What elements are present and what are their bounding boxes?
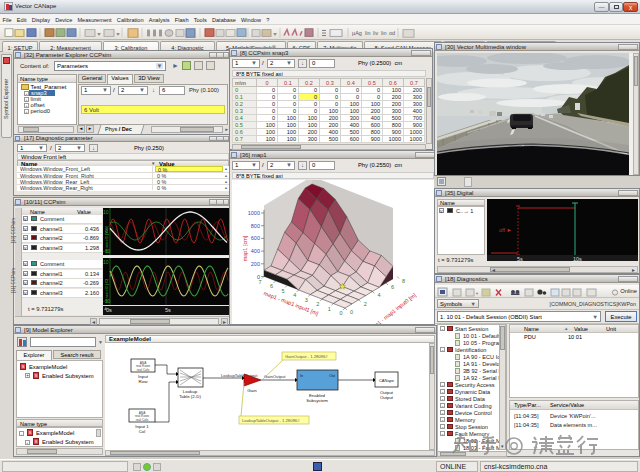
svg-text:2: 2 [364, 301, 367, 307]
svg-text:GainOutput - 1.28096#: GainOutput - 1.28096# [285, 354, 328, 359]
svg-text:lin: lin [381, 30, 387, 35]
svg-text:200: 200 [251, 261, 260, 267]
svg-text:▼: ▼ [115, 31, 121, 36]
svg-text:8: 8 [402, 278, 405, 284]
svg-text:2: 2 [316, 301, 319, 307]
svg-text:µAg: µAg [352, 30, 362, 35]
svg-text:off ►: off ► [499, 227, 512, 233]
svg-text:1000: 1000 [248, 210, 260, 216]
svg-text:1: 1 [328, 306, 331, 312]
svg-text:5: 5 [282, 288, 285, 294]
svg-text:LookupTableOutput - 1.28096#: LookupTableOutput - 1.28096# [242, 418, 300, 423]
svg-text:map1 [cm]: map1 [cm] [242, 235, 248, 261]
svg-text:6: 6 [391, 284, 394, 290]
svg-text:Col: Col [139, 429, 146, 434]
svg-text:channel1 [Volt]: channel1 [Volt] [104, 226, 109, 253]
svg-text:3: 3 [305, 297, 308, 303]
svg-text:4: 4 [377, 292, 380, 298]
svg-text:0: 0 [350, 309, 353, 315]
svg-text:od: od [389, 30, 395, 35]
svg-text:▼: ▼ [96, 31, 102, 36]
svg-text:liv: liv [373, 30, 379, 35]
svg-text:Gain: Gain [247, 388, 257, 393]
svg-text:10: 10 [103, 209, 109, 215]
svg-text:Out: Out [329, 374, 335, 378]
svg-text:400: 400 [251, 248, 260, 254]
svg-text:10s: 10s [573, 256, 582, 262]
svg-text:4: 4 [293, 292, 296, 298]
svg-text:6: 6 [270, 283, 273, 289]
svg-text:In: In [300, 374, 303, 378]
svg-text:7: 7 [258, 279, 261, 285]
svg-text:600: 600 [251, 235, 260, 241]
svg-text:0: 0 [339, 310, 342, 316]
svg-text:CANape: CANape [379, 378, 395, 383]
svg-text:5s: 5s [517, 256, 523, 262]
svg-text:▼: ▼ [272, 31, 278, 36]
svg-text:▼: ▼ [475, 291, 479, 296]
svg-text:Row: Row [139, 379, 149, 384]
svg-text:800: 800 [251, 223, 260, 229]
svg-text:real Cols: real Cols [136, 418, 149, 422]
svg-text:Table (2-D): Table (2-D) [179, 394, 201, 399]
svg-text:Output: Output [380, 395, 394, 400]
svg-text:lin: lin [365, 30, 371, 35]
svg-text:channel1 [...]: channel1 [...] [104, 279, 109, 303]
svg-text:10: 10 [103, 259, 109, 265]
svg-text:real Cols: real Cols [137, 368, 150, 372]
svg-text:Subsystem: Subsystem [306, 398, 328, 403]
